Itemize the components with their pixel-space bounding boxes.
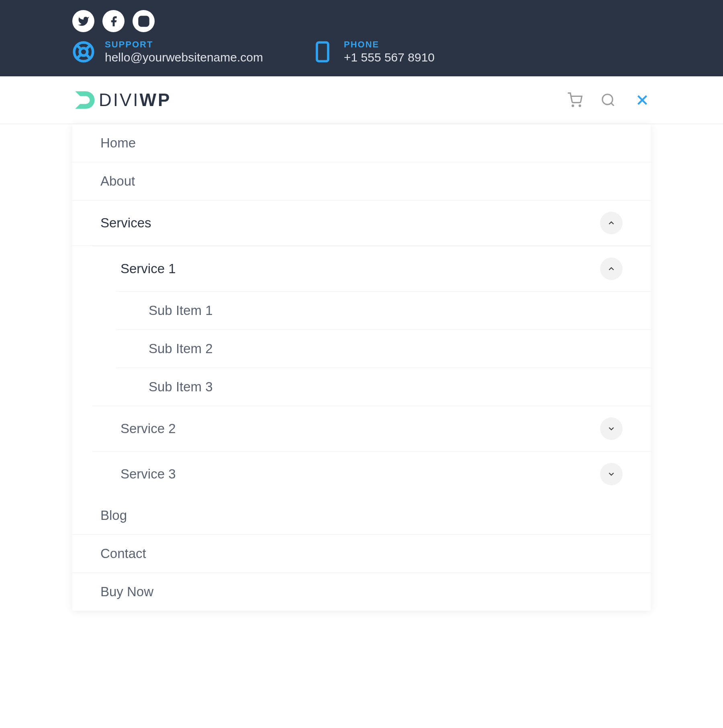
menu-item-about[interactable]: About (72, 162, 651, 200)
menu-item-contact[interactable]: Contact (72, 535, 651, 573)
service1-submenu: Sub Item 1 Sub Item 2 Sub Item 3 (92, 291, 651, 406)
menu-item-sub-2[interactable]: Sub Item 2 (116, 329, 651, 368)
support-contact: SUPPORT hello@yourwebsitename.com (72, 39, 263, 64)
menu-label: Sub Item 3 (149, 379, 213, 394)
menu-item-service-1[interactable]: Service 1 (92, 246, 651, 291)
logo[interactable]: DIVIWP (72, 88, 171, 112)
menu-label: About (100, 174, 135, 189)
phone-label: PHONE (344, 39, 435, 50)
contact-row: SUPPORT hello@yourwebsitename.com PHONE … (72, 39, 651, 64)
svg-line-5 (86, 55, 90, 59)
services-submenu: Service 1 Sub Item 1 Sub Item 2 Sub Item… (72, 246, 651, 497)
menu-label: Buy Now (100, 584, 153, 599)
logo-text: DIVIWP (99, 90, 171, 110)
chevron-up-icon (607, 219, 616, 227)
twitter-icon[interactable] (72, 10, 94, 32)
collapse-services-button[interactable] (600, 212, 623, 234)
header: DIVIWP (0, 76, 723, 124)
menu-label: Services (100, 215, 151, 231)
mobile-menu: Home About Services Service 1 Sub Item 1… (72, 124, 651, 611)
instagram-icon[interactable] (133, 10, 155, 32)
menu-label: Contact (100, 546, 146, 561)
facebook-icon[interactable] (102, 10, 125, 32)
menu-label: Service 1 (120, 261, 176, 276)
menu-item-home[interactable]: Home (72, 124, 651, 162)
menu-item-service-2[interactable]: Service 2 (92, 406, 651, 451)
support-label: SUPPORT (105, 39, 263, 50)
phone-value[interactable]: +1 555 567 8910 (344, 51, 435, 64)
cart-icon[interactable] (567, 92, 582, 108)
chevron-up-icon (607, 264, 616, 273)
svg-point-10 (572, 105, 574, 106)
menu-label: Sub Item 2 (149, 341, 213, 356)
phone-icon (311, 41, 334, 63)
menu-item-service-3[interactable]: Service 3 (92, 451, 651, 497)
header-actions (567, 92, 651, 108)
svg-line-7 (77, 55, 81, 59)
menu-item-blog[interactable]: Blog (72, 497, 651, 535)
menu-label: Service 3 (120, 466, 176, 482)
svg-line-6 (86, 45, 90, 49)
logo-mark (72, 88, 96, 112)
search-icon[interactable] (600, 92, 616, 108)
expand-service3-button[interactable] (600, 463, 623, 485)
svg-line-4 (77, 45, 81, 49)
close-menu-icon[interactable] (634, 92, 651, 108)
svg-point-12 (602, 94, 613, 104)
menu-label: Home (100, 135, 136, 151)
expand-service2-button[interactable] (600, 417, 623, 440)
svg-line-13 (611, 103, 614, 106)
menu-item-buy-now[interactable]: Buy Now (72, 573, 651, 611)
menu-item-services[interactable]: Services (72, 200, 651, 246)
social-row (72, 10, 651, 32)
menu-label: Blog (100, 508, 127, 523)
support-value[interactable]: hello@yourwebsitename.com (105, 51, 263, 64)
svg-point-3 (80, 48, 88, 56)
menu-label: Sub Item 1 (149, 303, 213, 318)
collapse-service1-button[interactable] (600, 258, 623, 280)
chevron-down-icon (607, 424, 616, 433)
lifebuoy-icon (72, 41, 95, 63)
svg-point-11 (579, 105, 580, 106)
chevron-down-icon (607, 470, 616, 479)
phone-contact: PHONE +1 555 567 8910 (311, 39, 435, 64)
topbar: SUPPORT hello@yourwebsitename.com PHONE … (0, 0, 723, 76)
menu-label: Service 2 (120, 421, 176, 436)
menu-item-sub-3[interactable]: Sub Item 3 (116, 368, 651, 406)
menu-item-sub-1[interactable]: Sub Item 1 (116, 291, 651, 329)
